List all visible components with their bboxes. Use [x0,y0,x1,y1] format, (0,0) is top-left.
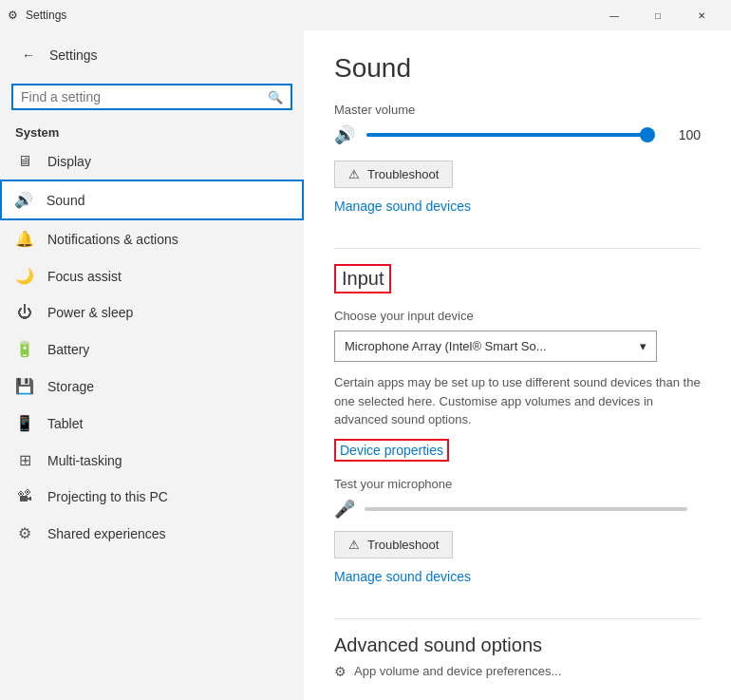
sound-icon: 🔊 [14,191,33,209]
main-content: Sound Master volume 🔊 100 ⚠ Troubleshoot… [304,30,731,700]
focus-icon: 🌙 [15,267,34,285]
app-container: ← Settings 🔍 System 🖥 Display 🔊 Sound 🔔 … [0,30,731,700]
sidebar-item-projecting[interactable]: 📽 Projecting to this PC [0,479,304,515]
master-volume-label: Master volume [334,103,701,117]
input-description: Certain apps may be set up to use differ… [334,373,701,429]
mic-test-row: 🎤 [334,499,701,520]
troubleshoot-icon-1: ⚠ [348,167,360,181]
search-input[interactable] [21,89,262,104]
sidebar-item-display-label: Display [47,154,91,169]
notifications-icon: 🔔 [15,230,34,248]
minimize-button[interactable]: — [592,0,636,30]
search-box[interactable]: 🔍 [11,84,292,110]
shared-icon: ⚙ [15,524,34,542]
power-icon: ⏻ [15,304,34,321]
manage-sound-devices-link-2[interactable]: Manage sound devices [334,569,471,584]
troubleshoot-button-2[interactable]: ⚠ Troubleshoot [334,531,453,558]
section-label: System [0,118,304,143]
sidebar-item-tablet[interactable]: 📱 Tablet [0,405,304,442]
volume-slider[interactable] [366,133,655,137]
volume-value: 100 [666,127,701,142]
troubleshoot-label-1: Troubleshoot [367,167,439,181]
sidebar-item-sound[interactable]: 🔊 Sound [0,180,304,220]
troubleshoot-icon-2: ⚠ [348,538,360,552]
advanced-sub-label: App volume and device preferences... [354,664,561,678]
sidebar-item-display[interactable]: 🖥 Display [0,143,304,180]
troubleshoot-label-2: Troubleshoot [367,538,439,552]
input-section-box: Input [334,264,391,293]
volume-slider-container[interactable] [366,133,655,137]
sidebar-item-notifications[interactable]: 🔔 Notifications & actions [0,220,304,257]
sidebar-item-storage-label: Storage [47,379,94,394]
sidebar: ← Settings 🔍 System 🖥 Display 🔊 Sound 🔔 … [0,30,304,700]
title-bar: ⚙ Settings — □ ✕ [0,0,731,30]
maximize-button[interactable]: □ [636,0,680,30]
divider-1 [334,248,701,249]
sidebar-item-power[interactable]: ⏻ Power & sleep [0,294,304,331]
sidebar-item-storage[interactable]: 💾 Storage [0,368,304,405]
sidebar-item-focus[interactable]: 🌙 Focus assist [0,257,304,294]
sidebar-item-multitasking[interactable]: ⊞ Multi-tasking [0,442,304,479]
troubleshoot-button-1[interactable]: ⚠ Troubleshoot [334,161,453,188]
volume-row: 🔊 100 [334,124,701,145]
sidebar-item-battery-label: Battery [47,342,89,357]
title-bar-left: ⚙ Settings [8,9,66,22]
sidebar-item-notifications-label: Notifications & actions [47,232,178,247]
sidebar-item-shared-label: Shared experiences [47,526,166,541]
input-title: Input [342,268,384,290]
close-button[interactable]: ✕ [680,0,723,30]
display-icon: 🖥 [15,153,34,170]
sidebar-title: Settings [49,47,98,63]
input-device-dropdown[interactable]: Microphone Array (Intel® Smart So... ▾ [334,331,657,362]
title-bar-controls: — □ ✕ [592,0,723,30]
sidebar-item-multitasking-label: Multi-tasking [47,453,122,468]
advanced-title: Advanced sound options [334,634,701,656]
sidebar-item-sound-label: Sound [47,193,84,208]
sidebar-item-focus-label: Focus assist [47,269,122,284]
battery-icon: 🔋 [15,340,34,358]
settings-sub-icon: ⚙ [334,664,347,679]
mic-icon: 🎤 [334,499,355,520]
sidebar-item-shared[interactable]: ⚙ Shared experiences [0,515,304,552]
mic-bar-container [365,507,687,511]
choose-input-label: Choose your input device [334,309,701,323]
sidebar-item-tablet-label: Tablet [47,416,83,431]
dropdown-chevron-icon: ▾ [640,339,647,353]
sidebar-header: ← Settings [0,30,304,80]
storage-icon: 💾 [15,377,34,395]
input-device-value: Microphone Array (Intel® Smart So... [345,339,547,353]
advanced-sub: ⚙ App volume and device preferences... [334,664,701,679]
app-icon: ⚙ [8,9,18,22]
projecting-icon: 📽 [15,488,34,505]
manage-sound-devices-link-1[interactable]: Manage sound devices [334,199,471,214]
title-bar-title: Settings [26,9,66,22]
multitasking-icon: ⊞ [15,451,34,469]
sidebar-item-battery[interactable]: 🔋 Battery [0,331,304,368]
back-icon: ← [22,47,35,63]
sidebar-item-power-label: Power & sleep [47,305,133,320]
test-mic-label: Test your microphone [334,477,701,491]
tablet-icon: 📱 [15,414,34,432]
back-button[interactable]: ← [15,42,42,68]
sidebar-item-projecting-label: Projecting to this PC [47,489,168,504]
search-icon: 🔍 [268,90,283,104]
divider-2 [334,618,701,619]
volume-icon: 🔊 [334,124,355,145]
page-title: Sound [334,53,701,84]
device-properties-link[interactable]: Device properties [334,439,449,462]
